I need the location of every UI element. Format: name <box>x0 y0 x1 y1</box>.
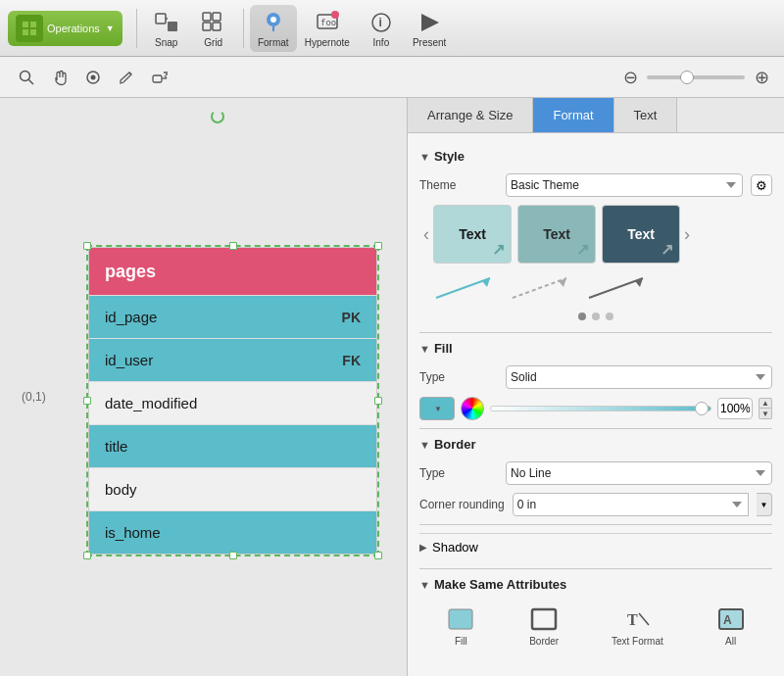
handle-ml[interactable] <box>83 397 91 405</box>
opacity-slider-wrap <box>490 406 711 411</box>
thumb-arrow-3: ↗ <box>661 240 673 259</box>
toolbar-divider-2 <box>243 9 244 48</box>
style-thumb-1[interactable]: Text ↗ <box>433 205 512 264</box>
border-section-header[interactable]: ▼ Border <box>419 437 772 452</box>
fill-color-swatch[interactable]: ▼ <box>419 397 455 420</box>
dot-2[interactable] <box>592 313 600 320</box>
color-wheel-button[interactable] <box>461 397 484 420</box>
make-same-text-format[interactable]: T Text Format <box>608 602 667 651</box>
thumb-arrow-2: ↗ <box>576 240 589 259</box>
style-nav-right[interactable]: › <box>680 224 694 245</box>
zoom-minus-button[interactable]: ⊖ <box>619 67 641 88</box>
handle-tr[interactable] <box>374 242 382 250</box>
make-same-chevron: ▼ <box>419 579 430 591</box>
panel-content: ▼ Style Theme Basic Theme ⚙ ‹ Text ↗ <box>408 133 784 676</box>
operations-chevron: ▼ <box>106 24 115 33</box>
svg-point-23 <box>91 74 96 79</box>
theme-gear-button[interactable]: ⚙ <box>751 174 772 196</box>
snap-button[interactable]: Snap <box>143 5 190 52</box>
table-row: id_page PK <box>89 295 376 338</box>
opacity-input[interactable] <box>717 398 753 419</box>
style-chevron: ▼ <box>419 151 430 163</box>
style-thumb-3[interactable]: Text ↗ <box>602 205 680 264</box>
svg-rect-10 <box>213 23 220 30</box>
zoom-area: ⊖ ⊕ <box>619 67 772 88</box>
handle-bl[interactable] <box>83 552 91 559</box>
table-header: pages <box>89 248 376 295</box>
handle-tm[interactable] <box>229 242 237 250</box>
pen-tool[interactable] <box>112 63 141 92</box>
corner-rounding-select[interactable]: 0 in 0.1 in 0.25 in <box>513 493 749 516</box>
right-panel: Arrange & Size Format Text ▼ Style Theme… <box>407 98 784 676</box>
svg-marker-33 <box>559 278 566 287</box>
spray-tool[interactable] <box>145 63 174 92</box>
fill-section-header[interactable]: ▼ Fill <box>419 341 772 356</box>
border-chevron: ▼ <box>419 439 430 451</box>
handle-br[interactable] <box>374 552 382 559</box>
format-button[interactable]: Format <box>250 5 297 52</box>
tools-bar: ⊖ ⊕ <box>0 57 784 98</box>
opacity-down[interactable]: ▼ <box>759 409 772 419</box>
handle-tl[interactable] <box>83 242 91 250</box>
make-same-all[interactable]: A All <box>711 602 751 651</box>
info-icon: i <box>366 9 397 36</box>
present-label: Present <box>413 37 446 48</box>
corner-stepper[interactable]: ▼ <box>757 493 772 516</box>
opacity-track <box>490 406 711 411</box>
style-section-header[interactable]: ▼ Style <box>419 149 772 164</box>
table-row: title <box>89 424 376 467</box>
svg-rect-38 <box>532 609 556 629</box>
fill-type-select[interactable]: Solid Linear Radial None <box>506 365 772 389</box>
toolbar-divider-1 <box>136 9 137 48</box>
svg-rect-2 <box>23 29 28 35</box>
svg-point-29 <box>166 73 168 75</box>
tab-text[interactable]: Text <box>614 98 678 132</box>
dot-1[interactable] <box>578 313 586 320</box>
style-nav-left[interactable]: ‹ <box>419 224 433 245</box>
tab-arrange-size[interactable]: Arrange & Size <box>408 98 533 132</box>
coords-label: (0,1) <box>22 390 46 404</box>
operations-button[interactable]: Operations ▼ <box>8 11 122 46</box>
hand-tool[interactable] <box>45 63 74 92</box>
divider-4 <box>419 568 772 569</box>
make-same-border[interactable]: Border <box>524 602 564 651</box>
shadow-section-header[interactable]: ▶ Shadow <box>419 533 772 560</box>
style-thumb-2[interactable]: Text ↗ <box>517 205 596 264</box>
theme-select[interactable]: Basic Theme <box>506 173 743 197</box>
svg-rect-36 <box>449 609 472 629</box>
tab-format[interactable]: Format <box>533 98 613 132</box>
svg-rect-5 <box>168 22 177 31</box>
svg-marker-19 <box>421 14 439 31</box>
opacity-thumb <box>695 402 709 415</box>
fill-chevron: ▼ <box>419 343 430 355</box>
svg-line-30 <box>436 278 490 298</box>
border-type-select[interactable]: No Line Solid Dashed <box>506 461 772 485</box>
fill-icon <box>445 605 476 633</box>
search-tool[interactable] <box>12 63 41 92</box>
handle-bm[interactable] <box>229 552 237 559</box>
hypernote-button[interactable]: foo Hypernote <box>297 5 358 52</box>
info-button[interactable]: i Info <box>358 5 405 52</box>
grid-label: Grid <box>204 37 222 48</box>
arrow-indicator-2 <box>508 273 576 303</box>
dot-3[interactable] <box>606 313 613 320</box>
format-label: Format <box>258 37 289 48</box>
text-format-icon: T <box>621 605 653 633</box>
svg-text:i: i <box>378 16 381 29</box>
svg-rect-24 <box>153 75 162 82</box>
table-row: date_modified <box>89 381 376 424</box>
grid-button[interactable]: Grid <box>190 5 237 52</box>
make-same-section-header[interactable]: ▼ Make Same Attributes <box>419 577 772 592</box>
opacity-up[interactable]: ▲ <box>759 398 772 409</box>
present-button[interactable]: Present <box>405 5 454 52</box>
make-same-fill[interactable]: Fill <box>441 602 480 651</box>
db-table-selection[interactable]: pages id_page PK id_user FK date_modifie… <box>86 245 379 556</box>
svg-line-21 <box>28 79 33 84</box>
select-tool[interactable] <box>78 63 108 92</box>
hypernote-label: Hypernote <box>305 37 350 48</box>
zoom-plus-button[interactable]: ⊕ <box>751 67 772 88</box>
svg-rect-0 <box>23 22 28 27</box>
handle-mr[interactable] <box>374 397 382 405</box>
canvas-area[interactable]: (0,1) pages id_page PK id_user <box>0 98 407 676</box>
zoom-slider[interactable] <box>647 75 745 79</box>
